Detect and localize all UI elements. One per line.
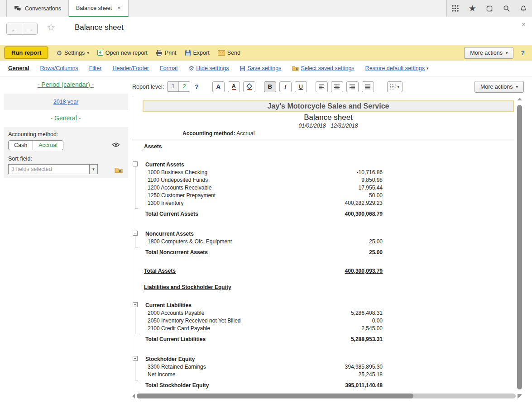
apps-grid-icon[interactable] xyxy=(451,4,460,14)
help-button[interactable]: ? xyxy=(521,49,525,57)
tab-rows-columns[interactable]: Rows/Columns xyxy=(40,65,78,71)
tab-conversations[interactable]: Conversations xyxy=(7,0,69,17)
report-row[interactable]: 3300 Retained Earnings394,985,895.30 xyxy=(132,363,515,371)
grand-total-label: Total Assets xyxy=(144,268,176,274)
report-level-help[interactable]: ? xyxy=(195,83,199,90)
tab-format[interactable]: Format xyxy=(160,65,178,71)
report-toolbar: Report level: 1 2 ? A A B I U xyxy=(131,76,532,97)
close-form-icon[interactable]: × xyxy=(522,21,526,28)
period-value-link[interactable]: 2018 year xyxy=(53,99,79,105)
tab-filter[interactable]: Filter xyxy=(89,65,102,71)
report-row[interactable]: 2100 Credit Card Payable2,545.00 xyxy=(132,325,515,332)
select-saved-settings-link[interactable]: Select saved settings xyxy=(292,65,354,71)
printer-icon xyxy=(156,50,163,56)
report-row[interactable]: 1300 Inventory400,282,929.23 xyxy=(132,199,515,207)
accounting-method-toggle: Cash Accrual xyxy=(8,140,63,150)
combo-dropdown-button[interactable]: ▼ xyxy=(89,165,97,174)
hide-settings-link[interactable]: ⚙ Hide settings xyxy=(189,65,229,71)
report-level-2-button[interactable]: 2 xyxy=(179,82,190,91)
align-right-button[interactable] xyxy=(346,81,359,92)
align-justify-button[interactable] xyxy=(362,81,374,92)
horizontal-scroll-track[interactable] xyxy=(137,394,516,398)
report-group: −Stockholder Equity3300 Retained Earning… xyxy=(132,354,515,389)
tab-balance-sheet[interactable]: Balance sheet × xyxy=(69,0,129,17)
account-label: 1100 Undeposited Funds xyxy=(148,177,208,183)
amount-value: 25.00 xyxy=(268,249,383,256)
amount-value: 17,955.44 xyxy=(268,184,383,192)
amount-value: 400,282,929.23 xyxy=(268,199,383,207)
open-new-report-button[interactable]: + Open new report xyxy=(97,50,148,56)
scroll-left-arrow[interactable] xyxy=(132,394,135,398)
report-panel: Report level: 1 2 ? A A B I U xyxy=(131,76,532,403)
horizontal-scroll-thumb[interactable] xyxy=(137,394,413,398)
report-row[interactable]: Net Income25,245.18 xyxy=(132,371,515,379)
sort-field-combo[interactable]: 3 fields selected ▼ xyxy=(8,164,98,174)
horizontal-scrollbar[interactable] xyxy=(132,393,520,399)
accounting-method-accrual[interactable]: Accrual xyxy=(33,141,63,150)
report-row[interactable]: 1200 Accounts Receivable17,955.44 xyxy=(132,184,515,192)
period-value-box: 2018 year xyxy=(4,94,128,110)
history-icon[interactable] xyxy=(484,4,494,14)
scroll-right-arrow[interactable] xyxy=(518,394,520,398)
envelope-icon xyxy=(218,50,225,56)
sort-field-folder-gear-icon[interactable] xyxy=(115,167,123,173)
settings-menu-button[interactable]: ⚙ Settings ▾ xyxy=(56,50,89,56)
vertical-scroll-thumb[interactable] xyxy=(517,105,522,389)
tab-close-icon[interactable]: × xyxy=(117,5,121,11)
spacer xyxy=(132,343,515,354)
restore-default-settings-link[interactable]: Restore default settings ▾ xyxy=(365,65,429,71)
forward-button[interactable]: → xyxy=(22,23,37,34)
tab-header-footer[interactable]: Header/Footer xyxy=(112,65,149,71)
align-center-button[interactable] xyxy=(331,81,343,92)
account-label: Net Income xyxy=(148,371,175,378)
align-left-button[interactable] xyxy=(316,81,328,92)
underline-button[interactable]: U xyxy=(295,81,307,92)
report-level-1-button[interactable]: 1 xyxy=(168,82,179,91)
settings-tab-bar: General Rows/Columns Filter Header/Foote… xyxy=(0,61,532,76)
account-label: 2050 Inventory Received not Yet Billed xyxy=(148,318,240,324)
scroll-up-arrow[interactable] xyxy=(518,98,522,100)
application-window: Conversations Balance sheet × ★ ← → xyxy=(0,0,532,403)
font-button[interactable]: A xyxy=(212,81,225,92)
send-button[interactable]: Send xyxy=(218,50,240,56)
borders-button[interactable]: ▾ xyxy=(387,81,403,92)
accounting-method-label: Accounting method: xyxy=(8,131,124,138)
report-row[interactable]: 2000 Accounts Payable5,286,408.31 xyxy=(132,309,515,317)
print-button[interactable]: Print xyxy=(156,50,177,56)
report-row[interactable]: 1800 Computers & Ofc. Equipment25.00 xyxy=(132,238,515,246)
vertical-scrollbar[interactable] xyxy=(516,98,523,397)
search-icon[interactable] xyxy=(502,4,512,14)
fill-color-button[interactable] xyxy=(243,81,255,92)
notifications-bell-icon[interactable] xyxy=(518,4,528,14)
bold-button[interactable]: B xyxy=(264,81,276,92)
report-row[interactable]: 1250 Customer Prepayment50.00 xyxy=(132,192,515,199)
report-row[interactable]: 1000 Business Checking-10,716.86 xyxy=(132,169,515,176)
back-button[interactable]: ← xyxy=(7,23,22,34)
sort-field-label: Sort field: xyxy=(8,156,124,163)
favorites-star-icon[interactable]: ★ xyxy=(467,4,477,14)
report-row[interactable]: 1100 Undeposited Funds9,850.98 xyxy=(132,176,515,184)
company-name-cell[interactable]: Jay's Motorcycle Sales and Service xyxy=(143,100,514,112)
more-actions-button[interactable]: More actions ▾ xyxy=(464,47,513,59)
account-label: 1300 Inventory xyxy=(148,200,183,206)
tab-general[interactable]: General xyxy=(8,65,29,71)
chevron-down-icon: ▾ xyxy=(506,51,508,55)
report-accounting-method: Accounting method: Accrual xyxy=(132,130,515,137)
favorite-star-icon[interactable]: ☆ xyxy=(47,22,56,33)
italic-button[interactable]: I xyxy=(279,81,292,92)
eye-icon[interactable] xyxy=(112,142,120,147)
report-group-header: Current Assets xyxy=(132,160,515,169)
save-settings-link[interactable]: Save settings xyxy=(240,65,281,71)
run-report-button[interactable]: Run report xyxy=(5,47,48,59)
amount-value: 5,286,408.31 xyxy=(268,309,383,317)
report-section-heading: Assets xyxy=(132,143,515,151)
period-calendar-link[interactable]: - Period (calendar) - xyxy=(0,81,131,88)
export-button[interactable]: Export xyxy=(185,50,210,56)
export-disk-icon xyxy=(185,50,191,56)
report-more-actions-button[interactable]: More actions ▾ xyxy=(474,81,524,93)
accounting-method-cash[interactable]: Cash xyxy=(9,141,33,150)
report-row[interactable]: 2050 Inventory Received not Yet Billed0.… xyxy=(132,317,515,325)
font-color-button[interactable]: A xyxy=(228,81,240,92)
tab-bar-stub xyxy=(0,0,7,17)
gear-icon: ⚙ xyxy=(56,50,62,56)
